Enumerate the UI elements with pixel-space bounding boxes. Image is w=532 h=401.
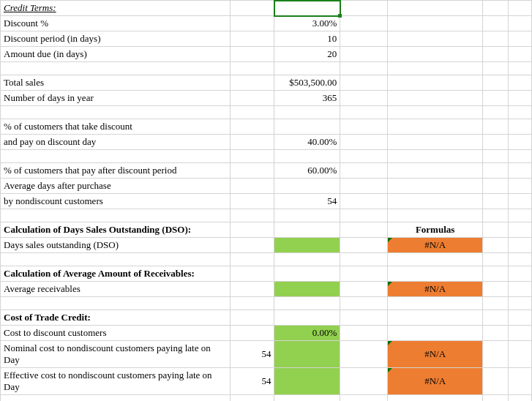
cost-discount-customers-value[interactable]: 0.00% — [274, 326, 340, 341]
selected-cell[interactable] — [274, 1, 340, 16]
cost-discount-customers-label: Cost to discount customers — [1, 326, 231, 341]
total-sales-value[interactable]: $503,500.00 — [274, 75, 340, 91]
discount-period-value[interactable]: 10 — [274, 31, 340, 47]
discount-pct-value[interactable]: 3.00% — [274, 16, 340, 31]
nominal-input-cell[interactable] — [274, 341, 340, 368]
avg-days-value[interactable]: 54 — [274, 194, 340, 209]
cell[interactable] — [483, 1, 509, 16]
pct-discount-line1: % of customers that take discount — [1, 119, 231, 135]
days-in-year-value[interactable]: 365 — [274, 91, 340, 106]
pct-discount-line2: and pay on discount day — [1, 135, 231, 150]
amount-due-value[interactable]: 20 — [274, 47, 340, 62]
discount-pct-label: Discount % — [1, 16, 231, 31]
days-in-year-label: Number of days in year — [1, 91, 231, 106]
total-sales-label: Total sales — [1, 75, 231, 91]
avg-receivables-label: Average receivables — [1, 282, 231, 297]
avg-receivables-header: Calculation of Average Amount of Receiva… — [1, 266, 231, 282]
nominal-cost-label: Nominal cost to nondiscount customers pa… — [1, 341, 231, 368]
avg-receivables-input-cell[interactable] — [274, 282, 340, 297]
discount-period-label: Discount period (in days) — [1, 31, 231, 47]
trade-credit-header: Cost of Trade Credit: — [1, 310, 231, 326]
avg-days-line1: Average days after purchase — [1, 179, 231, 194]
effective-formula-cell[interactable]: #N/A — [388, 368, 483, 395]
amount-due-label: Amount due (in days) — [1, 47, 231, 62]
cell[interactable] — [231, 16, 274, 31]
dso-label: Days sales outstanding (DSO) — [1, 238, 231, 253]
dso-input-cell[interactable] — [274, 238, 340, 253]
cell[interactable] — [388, 1, 483, 16]
avg-receivables-formula-cell[interactable]: #N/A — [388, 282, 483, 297]
dso-formula-cell[interactable]: #N/A — [388, 238, 483, 253]
credit-terms-header: Credit Terms: — [1, 1, 231, 16]
effective-day-value[interactable]: 54 — [231, 368, 274, 395]
spreadsheet-table[interactable]: Credit Terms: Discount % 3.00% Discount … — [0, 0, 532, 401]
cell[interactable] — [340, 1, 388, 16]
cell[interactable] — [509, 1, 532, 16]
pct-discount-value[interactable]: 40.00% — [274, 135, 340, 150]
pct-after-value[interactable]: 60.00% — [274, 163, 340, 179]
nominal-formula-cell[interactable]: #N/A — [388, 341, 483, 368]
cell[interactable] — [231, 1, 274, 16]
avg-days-line2: by nondiscount customers — [1, 194, 231, 209]
dso-section-header: Calculation of Days Sales Outstanding (D… — [1, 222, 231, 238]
effective-cost-label: Effective cost to nondiscount customers … — [1, 368, 231, 395]
formulas-header: Formulas — [388, 222, 483, 238]
pct-after-label: % of customers that pay after discount p… — [1, 163, 231, 179]
effective-input-cell[interactable] — [274, 368, 340, 395]
nominal-day-value[interactable]: 54 — [231, 341, 274, 368]
